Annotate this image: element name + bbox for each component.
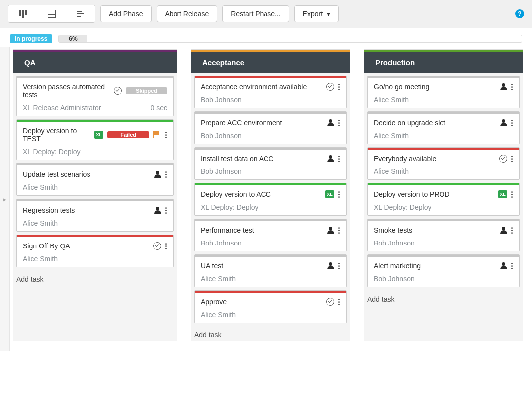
- task-owner: XL Release Administrator: [23, 104, 101, 112]
- add-task-button[interactable]: Add task: [364, 290, 523, 305]
- phase-header[interactable]: Production: [364, 52, 523, 73]
- task-owner: Bob Johnson: [374, 239, 415, 247]
- user-icon: [327, 119, 334, 126]
- restart-phase-button[interactable]: Restart Phase...: [222, 5, 289, 22]
- task-title: Acceptance environment available: [201, 83, 322, 91]
- collapse-handle[interactable]: ▸: [0, 47, 10, 351]
- task-owner: Alice Smith: [201, 311, 236, 319]
- task-title: Deploy version to ACC: [201, 190, 321, 198]
- task-card[interactable]: Go/no go meetingAlice Smith: [367, 76, 520, 108]
- task-owner: Alice Smith: [374, 96, 409, 104]
- task-card[interactable]: UA testAlice Smith: [194, 254, 347, 287]
- task-card[interactable]: Smoke testsBob Johnson: [367, 219, 520, 251]
- task-card[interactable]: Regression testsAlice Smith: [16, 199, 174, 232]
- task-icons: [327, 155, 340, 162]
- add-task-button[interactable]: Add task: [191, 326, 350, 341]
- task-duration: 0 sec: [151, 104, 167, 112]
- view-table-button[interactable]: [37, 5, 66, 22]
- task-icons: [499, 155, 513, 163]
- help-icon[interactable]: ?: [515, 9, 524, 18]
- task-menu-icon[interactable]: [338, 84, 340, 90]
- add-phase-button[interactable]: Add Phase: [100, 5, 152, 22]
- task-menu-icon[interactable]: [165, 207, 167, 214]
- task-icons: Skipped: [114, 87, 167, 95]
- phase-body: Version passes automated testsSkippedXL …: [13, 73, 177, 270]
- task-icons: [327, 119, 340, 126]
- task-owner: Alice Smith: [23, 219, 58, 227]
- task-icons: XLFailed: [94, 131, 167, 139]
- phase-header[interactable]: QA: [13, 52, 177, 73]
- board-icon: [19, 10, 27, 18]
- user-icon: [500, 262, 507, 269]
- task-owner: Bob Johnson: [201, 167, 242, 175]
- user-icon: [154, 171, 161, 178]
- task-card[interactable]: Install test data on ACCBob Johnson: [194, 147, 347, 180]
- task-menu-icon[interactable]: [165, 171, 167, 178]
- task-card[interactable]: Prepare ACC environmentBob Johnson: [194, 111, 347, 144]
- task-title: Install test data on ACC: [201, 155, 323, 163]
- task-card[interactable]: Everybody availableAlice Smith: [367, 147, 520, 180]
- task-card[interactable]: Version passes automated testsSkippedXL …: [16, 76, 174, 116]
- task-title: Sign Off By QA: [23, 242, 149, 250]
- progress-text: 6%: [69, 35, 77, 42]
- xl-deploy-icon: XL: [94, 131, 103, 139]
- task-card[interactable]: Alert marketingBob Johnson: [367, 254, 520, 287]
- view-board-button[interactable]: [8, 5, 37, 22]
- task-icons: [326, 298, 340, 306]
- export-button[interactable]: Export ▾: [294, 5, 339, 22]
- task-title: Version passes automated tests: [23, 83, 110, 99]
- task-card[interactable]: Sign Off By QAAlice Smith: [16, 235, 174, 267]
- task-menu-icon[interactable]: [338, 227, 340, 234]
- task-owner: XL Deploy: Deploy: [374, 203, 431, 211]
- task-icons: XL: [498, 190, 513, 198]
- task-menu-icon[interactable]: [338, 263, 340, 269]
- task-icons: [327, 227, 340, 234]
- task-menu-icon[interactable]: [338, 156, 340, 162]
- status-badge: In progress: [10, 34, 52, 43]
- task-icons: [500, 119, 513, 126]
- phase-header[interactable]: Acceptance: [191, 52, 350, 73]
- task-menu-icon[interactable]: [338, 299, 340, 305]
- task-card[interactable]: Update test scenariosAlice Smith: [16, 163, 174, 196]
- task-icons: [153, 242, 167, 250]
- gate-icon: [499, 155, 507, 163]
- user-icon: [327, 262, 334, 269]
- task-title: Prepare ACC environment: [201, 119, 323, 127]
- task-card[interactable]: Acceptance environment availableBob John…: [194, 76, 347, 108]
- view-list-button[interactable]: [66, 5, 95, 22]
- task-owner: Bob Johnson: [201, 239, 242, 247]
- task-card[interactable]: Deploy version to PRODXLXL Deploy: Deplo…: [367, 183, 520, 216]
- task-card[interactable]: Performance testBob Johnson: [194, 219, 347, 251]
- task-title: Deploy version to PROD: [374, 190, 494, 198]
- task-card[interactable]: ApproveAlice Smith: [194, 290, 347, 323]
- task-menu-icon[interactable]: [338, 120, 340, 126]
- task-menu-icon[interactable]: [511, 191, 513, 198]
- task-menu-icon[interactable]: [511, 120, 513, 126]
- task-owner: Bob Johnson: [201, 96, 242, 104]
- board: QAVersion passes automated testsSkippedX…: [10, 47, 532, 351]
- task-menu-icon[interactable]: [511, 84, 513, 90]
- abort-release-button[interactable]: Abort Release: [157, 5, 218, 22]
- task-title: Everybody available: [374, 155, 495, 163]
- task-menu-icon[interactable]: [165, 243, 167, 249]
- task-card[interactable]: Deploy version to TESTXLFailedXL Deploy:…: [16, 119, 174, 160]
- table-icon: [48, 10, 56, 18]
- task-icons: XL: [325, 190, 340, 198]
- task-menu-icon[interactable]: [511, 227, 513, 234]
- task-title: Go/no go meeting: [374, 83, 496, 91]
- user-icon: [327, 155, 334, 162]
- phase-column: ProductionGo/no go meetingAlice SmithDec…: [364, 49, 523, 341]
- task-card[interactable]: Deploy version to ACCXLXL Deploy: Deploy: [194, 183, 347, 216]
- task-card[interactable]: Decide on upgrade slotAlice Smith: [367, 111, 520, 144]
- task-title: Smoke tests: [374, 226, 496, 234]
- user-icon: [500, 119, 507, 126]
- task-menu-icon[interactable]: [338, 191, 340, 198]
- task-menu-icon[interactable]: [511, 263, 513, 269]
- task-menu-icon[interactable]: [511, 156, 513, 162]
- task-menu-icon[interactable]: [165, 132, 167, 138]
- task-owner: Alice Smith: [201, 275, 236, 283]
- task-icons: [154, 171, 167, 178]
- task-owner: Bob Johnson: [374, 275, 415, 283]
- task-title: Approve: [201, 298, 322, 306]
- add-task-button[interactable]: Add task: [13, 270, 177, 285]
